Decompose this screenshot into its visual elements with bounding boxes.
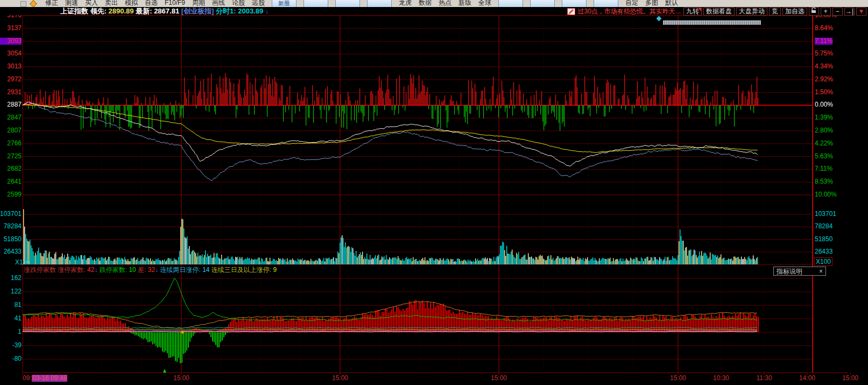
chart-canvas[interactable]: [0, 0, 868, 385]
diff-label: 差:: [136, 266, 148, 274]
indicator-info-box: 指标说明 ×: [773, 267, 826, 276]
menu-item[interactable]: 多图: [645, 0, 658, 7]
scroll-track[interactable]: [663, 20, 761, 25]
minus-button[interactable]: −: [832, 8, 843, 16]
menu-item[interactable]: 周期: [192, 0, 205, 7]
app-logo-icon[interactable]: [30, 0, 37, 7]
badge-icon: [698, 8, 701, 11]
two-day-value: 14: [202, 266, 209, 274]
nine-turn-button[interactable]: 九转: [683, 8, 702, 16]
menu-item[interactable]: 自定: [625, 0, 638, 7]
menu-item[interactable]: 买入: [85, 0, 98, 7]
toolbar-icon-buttons: +−→|▼: [821, 8, 866, 16]
app-tool-icon[interactable]: [20, 1, 26, 7]
menu-button[interactable]: [562, 0, 587, 7]
quote-parts: 上证指数 领先: 2890.89 最新: 2867.81 [创业板指] 分时1:…: [60, 7, 269, 15]
menu-item[interactable]: 全球: [478, 0, 491, 7]
index-name: 上证指数: [60, 7, 90, 15]
go-end-button[interactable]: →|: [844, 8, 855, 16]
menu-bar: 修正测速买入卖出模拟自选F10/F9周期画线论股远股新股龙虎数据热点新版全球自定…: [0, 0, 868, 7]
menu-item[interactable]: 龙虎: [399, 0, 412, 7]
down-arrow-icon: ↓: [265, 7, 269, 15]
menu-button[interactable]: [367, 0, 392, 7]
dropdown-button[interactable]: ▼: [856, 8, 866, 16]
two-day-label: 连续两日涨停:: [158, 266, 202, 274]
menu-items: 修正测速买入卖出模拟自选F10/F9周期画线论股远股新股龙虎数据热点新版全球自定…: [45, 0, 678, 7]
menu-item[interactable]: 修正: [45, 0, 58, 7]
compare-name: [创业板指]: [181, 7, 216, 15]
menu-item[interactable]: 测速: [65, 0, 78, 7]
add-watchlist-button[interactable]: 加自选: [782, 8, 807, 16]
note-icon[interactable]: [567, 8, 575, 15]
menu-button[interactable]: [335, 0, 360, 7]
top-toolbar: 过30点，市场有些恐慌。其实昨天... 九转数据看盘大盘异动竞加自选 +−→|▼: [567, 7, 866, 16]
three-day-value: 9: [273, 266, 277, 274]
limit-down-label: 跌停家数:: [97, 266, 129, 274]
limit-down-value: 10: [129, 266, 136, 274]
scroll-diamond-icon[interactable]: [657, 16, 662, 22]
indicator-title[interactable]: 涨跌停家数: [24, 266, 58, 274]
menu-item[interactable]: 新版: [458, 0, 471, 7]
trading-app-window: 修正测速买入卖出模拟自选F10/F9周期画线论股远股新股龙虎数据热点新版全球自定…: [0, 0, 868, 385]
plus-button[interactable]: +: [821, 8, 831, 16]
menu-item[interactable]: 卖出: [105, 0, 118, 7]
volume-unit-label: X100: [15, 258, 30, 266]
menu-item[interactable]: 默认: [665, 0, 678, 7]
limit-up-value: 42: [87, 266, 94, 274]
market-message[interactable]: 过30点，市场有些恐慌。其实昨天...: [578, 7, 681, 16]
compare-period-label: 分时1:: [216, 7, 238, 15]
lead-value: 2890.89: [109, 7, 136, 15]
three-day-label: 连续三日及以上涨停:: [210, 266, 273, 274]
menu-item[interactable]: 数据: [419, 0, 432, 7]
menu-item[interactable]: 自选: [145, 0, 158, 7]
lock-icon[interactable]: [809, 7, 819, 16]
toolbar-buttons: 九转数据看盘大盘异动竞加自选: [683, 8, 807, 16]
limit-status-bar: 涨跌停家数 涨停家数: 42↓ 跌停家数: 10 差: 32↓ 连续两日涨停: …: [24, 266, 277, 274]
volume-unit-label: X100: [814, 257, 832, 266]
indicator-info-label: 指标说明: [777, 268, 802, 275]
market-move-button[interactable]: 大盘异动: [736, 8, 767, 16]
compare-value: 2003.89: [238, 7, 265, 15]
menu-item[interactable]: 论股: [232, 0, 245, 7]
menu-item[interactable]: 模拟: [125, 0, 138, 7]
menu-item[interactable]: 画线: [212, 0, 225, 7]
menu-button[interactable]: [304, 0, 328, 7]
scroll-indicator[interactable]: [655, 15, 763, 25]
limit-up-label: 涨停家数:: [58, 266, 87, 274]
menu-item[interactable]: F10/F9: [165, 0, 185, 7]
data-watch-button[interactable]: 数据看盘: [703, 8, 735, 16]
last-value: 2867.81: [154, 7, 181, 15]
menu-button[interactable]: [594, 0, 618, 7]
diff-value: 32: [148, 266, 155, 274]
menu-item[interactable]: 热点: [439, 0, 451, 7]
bid-button[interactable]: 竞: [769, 8, 781, 16]
close-icon[interactable]: ×: [819, 268, 823, 275]
menu-button[interactable]: [498, 0, 523, 7]
menu-item[interactable]: 远股: [252, 0, 265, 7]
lead-label: 领先:: [90, 7, 109, 15]
last-label: 最新:: [136, 7, 154, 15]
menu-button[interactable]: [530, 0, 555, 7]
menu-button[interactable]: 新股: [272, 0, 297, 7]
